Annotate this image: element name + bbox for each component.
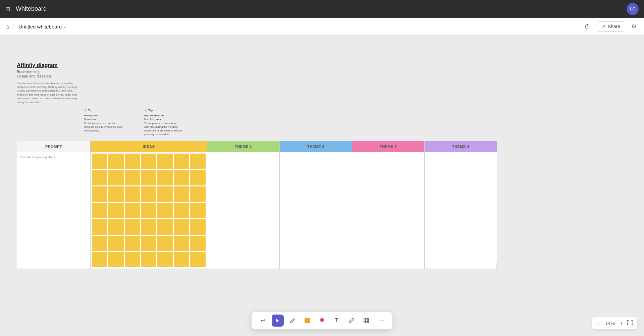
sticky-grid xyxy=(91,152,207,269)
sticky-note[interactable] xyxy=(141,219,157,235)
prompt-content[interactable]: Describe the goal or problem. xyxy=(17,152,90,263)
timer-button[interactable]: ⏱ xyxy=(583,21,593,32)
tip1-label: ★ Tip xyxy=(84,108,124,113)
sticky-note[interactable] xyxy=(125,252,140,267)
sticky-note[interactable] xyxy=(92,252,107,267)
sticky-note[interactable] xyxy=(125,170,140,185)
sticky-note[interactable] xyxy=(125,236,140,251)
app-title: Whiteboard xyxy=(16,5,47,12)
theme2-body[interactable] xyxy=(280,152,352,263)
sticky-note[interactable] xyxy=(92,203,107,218)
sticky-note[interactable] xyxy=(125,154,140,169)
sticky-note[interactable] xyxy=(92,186,107,202)
pen-button[interactable] xyxy=(286,315,299,327)
theme4-section: THEME 4 xyxy=(424,141,497,269)
link-button[interactable] xyxy=(345,315,358,327)
sticky-note[interactable] xyxy=(125,203,140,218)
sticky-note[interactable] xyxy=(141,236,157,251)
tip2-star-icon: ★ xyxy=(144,108,147,113)
prompt-placeholder: Describe the goal or problem. xyxy=(20,156,56,159)
sticky-note[interactable] xyxy=(190,170,206,185)
sticky-note[interactable] xyxy=(174,236,189,251)
sticky-note[interactable] xyxy=(157,170,173,185)
ideas-section: IDEAS xyxy=(90,141,207,269)
chevron-down-icon: ⌄ xyxy=(63,24,66,29)
undo-button[interactable]: ↩ xyxy=(257,315,269,327)
zoom-in-button[interactable]: + xyxy=(620,320,624,327)
sticky-note[interactable] xyxy=(157,252,173,267)
text-button[interactable]: T xyxy=(331,315,343,327)
sticky-note[interactable] xyxy=(92,236,107,251)
tip1-star-icon: ★ xyxy=(84,108,87,113)
svg-rect-1 xyxy=(364,318,369,323)
grid-icon[interactable]: ⊞ xyxy=(5,5,10,13)
sticky-note[interactable] xyxy=(108,203,124,218)
share-button[interactable]: ↗ Share xyxy=(597,21,625,32)
zoom-out-button[interactable]: − xyxy=(596,320,600,327)
sticky-note[interactable] xyxy=(174,186,189,202)
sticky-note[interactable] xyxy=(174,154,189,169)
theme3-section: THEME 3 xyxy=(352,141,424,269)
home-icon[interactable]: ⌂ xyxy=(5,23,9,30)
separator: | xyxy=(13,23,15,30)
table-button[interactable] xyxy=(360,315,372,327)
sticky-note[interactable] xyxy=(125,219,140,235)
ideas-header: IDEAS xyxy=(91,141,207,152)
sticky-note[interactable] xyxy=(108,252,124,267)
sticky-note[interactable] xyxy=(190,236,206,251)
theme2-header: THEME 2 xyxy=(280,141,352,152)
zoom-fit-icon xyxy=(627,320,633,325)
sticky-note[interactable] xyxy=(157,186,173,202)
second-bar-right: ⏱ ↗ Share ⚙ xyxy=(583,21,639,32)
sticky-note[interactable] xyxy=(108,170,124,185)
sticky-note[interactable] xyxy=(141,154,157,169)
sticky-note[interactable] xyxy=(108,219,124,235)
sticky-note[interactable] xyxy=(108,154,124,169)
sticky-note[interactable] xyxy=(157,203,173,218)
zoom-fit-button[interactable] xyxy=(627,319,633,327)
sticky-note[interactable] xyxy=(141,203,157,218)
text-icon: T xyxy=(335,318,338,324)
sticky-icon xyxy=(304,317,311,324)
tip2-text: To keep track of time-bound activities d… xyxy=(144,121,184,136)
theme3-body[interactable] xyxy=(352,152,424,263)
sticky-note[interactable] xyxy=(92,170,107,185)
settings-button[interactable]: ⚙ xyxy=(629,21,639,32)
sticky-note[interactable] xyxy=(141,170,157,185)
sticky-note[interactable] xyxy=(108,186,124,202)
tip1-block: ★ Tip Navigation: Spacebar: Desktop user… xyxy=(84,108,124,136)
sticky-note[interactable] xyxy=(190,203,206,218)
sticky-button[interactable] xyxy=(301,315,313,327)
prompt-header: PROMPT xyxy=(17,141,90,152)
more-button[interactable]: ··· xyxy=(375,315,387,327)
heart-button[interactable] xyxy=(316,315,328,327)
sticky-note[interactable] xyxy=(174,203,189,218)
sticky-note[interactable] xyxy=(141,186,157,202)
svg-rect-0 xyxy=(305,318,310,323)
sticky-note[interactable] xyxy=(157,154,173,169)
cursor-button[interactable] xyxy=(272,315,284,327)
canvas-area[interactable]: Affinity diagram Brainstorming Design an… xyxy=(0,36,644,336)
theme1-body[interactable] xyxy=(207,152,279,263)
theme4-body[interactable] xyxy=(425,152,497,263)
sticky-note[interactable] xyxy=(190,219,206,235)
sticky-note[interactable] xyxy=(174,252,189,267)
sticky-note[interactable] xyxy=(108,236,124,251)
sticky-note[interactable] xyxy=(190,154,206,169)
board-title-button[interactable]: Untitled whiteboard ⌄ xyxy=(19,24,66,30)
sticky-note[interactable] xyxy=(125,186,140,202)
avatar[interactable]: LC xyxy=(627,3,639,15)
sticky-note[interactable] xyxy=(190,252,206,267)
sticky-note[interactable] xyxy=(92,219,107,235)
sticky-note[interactable] xyxy=(190,186,206,202)
tip2-block: ★ Tip Before ideation: Use the timer: To… xyxy=(144,108,184,136)
sticky-note[interactable] xyxy=(157,219,173,235)
theme4-header: THEME 4 xyxy=(425,141,497,152)
sticky-note[interactable] xyxy=(92,154,107,169)
cursor-icon xyxy=(275,318,280,323)
sticky-note[interactable] xyxy=(174,170,189,185)
sticky-note[interactable] xyxy=(157,236,173,251)
tip1-text: Desktop users can pan the template quick… xyxy=(84,121,124,133)
sticky-note[interactable] xyxy=(141,252,157,267)
sticky-note[interactable] xyxy=(174,219,189,235)
